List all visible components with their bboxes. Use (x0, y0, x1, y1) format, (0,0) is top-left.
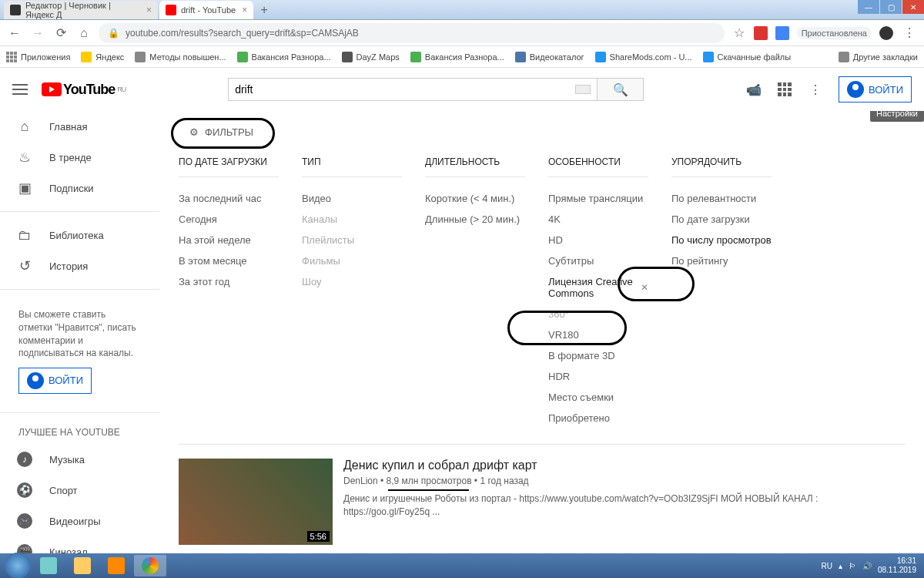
browser-tab[interactable]: Редактор | Черновик | Яндекс Д × (4, 1, 158, 19)
video-title[interactable]: Денис купил и собрал дрифт карт (343, 459, 906, 472)
filter-option[interactable]: Сегодня (179, 209, 279, 230)
taskbar-app[interactable] (66, 555, 99, 576)
forward-button[interactable]: → (29, 25, 46, 42)
maximize-button[interactable]: ▢ (880, 0, 902, 14)
youtube-header: YouTube RU drift 🔍 📹 ⋮ ВОЙТИ (0, 68, 924, 111)
tab-title: Редактор | Черновик | Яндекс Д (25, 1, 140, 19)
home-button[interactable]: ⌂ (75, 25, 92, 42)
filter-option[interactable]: В этом месяце (179, 250, 279, 271)
sidebar-item-history[interactable]: ↺История (0, 250, 160, 281)
bookmark[interactable]: Вакансия Разнора... (410, 52, 504, 62)
filter-option[interactable]: Приобретено (548, 408, 648, 428)
extension-icon[interactable] (754, 26, 768, 40)
sidebar-item-music[interactable]: ♪Музыка (0, 444, 160, 475)
profile-avatar[interactable] (879, 26, 893, 40)
apps-button[interactable]: Приложения (6, 52, 70, 62)
tray-icon[interactable]: 🏳 (849, 562, 856, 570)
browser-tabs: Редактор | Черновик | Яндекс Д × drift -… (4, 0, 273, 19)
filter-option[interactable]: 360° (548, 304, 648, 324)
taskbar-app[interactable] (100, 555, 132, 576)
taskbar-app-chrome[interactable] (134, 555, 166, 576)
signin-button[interactable]: ВОЙТИ (18, 368, 92, 394)
filter-option[interactable]: По релевантности (671, 188, 772, 209)
settings-icon[interactable]: ⋮ (808, 82, 823, 97)
clear-icon[interactable]: ✕ (641, 282, 648, 293)
tray-icon[interactable]: 🔊 (862, 562, 872, 570)
signin-button[interactable]: ВОЙТИ (839, 76, 912, 102)
filter-option[interactable]: По дате загрузки (671, 209, 772, 230)
bookmark[interactable]: DayZ Maps (342, 52, 400, 62)
filter-option[interactable]: По числу просмотров (671, 230, 772, 250)
back-button[interactable]: ← (6, 25, 23, 42)
filter-option[interactable]: Короткие (< 4 мин.) (425, 188, 525, 209)
close-icon[interactable]: × (146, 5, 152, 15)
bookmark[interactable]: ShareMods.com - U... (595, 52, 692, 62)
filter-option[interactable]: VR180 (548, 324, 648, 345)
filter-option[interactable]: Субтитры (548, 250, 648, 271)
reload-button[interactable]: ⟳ (52, 25, 69, 42)
video-result[interactable]: 5:56 Денис купил и собрал дрифт карт Den… (179, 459, 906, 545)
filter-option[interactable]: На этой неделе (179, 230, 279, 250)
bookmark-favicon (342, 52, 353, 62)
start-button[interactable] (5, 553, 31, 578)
sync-paused[interactable]: Приостановлена (797, 27, 872, 39)
sidebar-item-movies[interactable]: 🎬Кинозал (0, 536, 160, 553)
filter-option[interactable]: Видео (302, 188, 402, 209)
filter-option[interactable]: Место съемки (548, 387, 648, 408)
close-button[interactable]: ✕ (902, 0, 924, 14)
filter-option[interactable]: HD (548, 230, 648, 250)
filter-option[interactable]: По рейтингу (671, 250, 772, 271)
sidebar-item-home[interactable]: ⌂Главная (0, 111, 160, 142)
other-bookmarks[interactable]: Другие закладки (839, 52, 918, 62)
filter-option[interactable]: В формате 3D (548, 345, 648, 366)
close-icon[interactable]: × (242, 5, 247, 15)
tray-icon[interactable]: ▴ (839, 562, 842, 570)
keyboard-icon[interactable] (575, 85, 591, 94)
bookmark[interactable]: Яндекс (81, 52, 124, 62)
filter-option[interactable]: Фильмы (302, 250, 402, 271)
filter-option-selected[interactable]: Лицензия Creative Commons✕ (548, 271, 648, 304)
bookmark[interactable]: Скачанные файлы (703, 52, 792, 62)
filter-option[interactable]: Длинные (> 20 мин.) (425, 209, 525, 230)
star-icon[interactable]: ☆ (731, 25, 748, 42)
new-tab-button[interactable]: + (255, 1, 273, 19)
sidebar-item-gaming[interactable]: 🎮Видеоигры (0, 506, 160, 536)
language-indicator[interactable]: RU (821, 562, 832, 570)
extension-icon[interactable] (775, 26, 789, 40)
filter-option[interactable]: За этот год (179, 271, 279, 292)
browser-tab-active[interactable]: drift - YouTube × (159, 1, 253, 19)
clock[interactable]: 16:31 08.11.2019 (878, 556, 921, 575)
filter-option[interactable]: Каналы (302, 209, 402, 230)
filter-column-type: ТИП Видео Каналы Плейлисты Фильмы Шоу (302, 156, 402, 428)
bookmark[interactable]: Методы повышен... (135, 52, 226, 62)
filter-option[interactable]: 4K (548, 209, 648, 230)
sidebar-item-subscriptions[interactable]: ▣Подписки (0, 173, 160, 203)
address-bar[interactable]: 🔒 youtube.com/results?search_query=drift… (99, 23, 725, 43)
filters-button[interactable]: ⚙ ФИЛЬТРЫ (179, 122, 264, 143)
filter-head: УПОРЯДОЧИТЬ (671, 156, 772, 177)
bookmark[interactable]: Вакансия Разнора... (237, 52, 331, 62)
bookmark-label: Видеокаталог (530, 52, 584, 62)
filter-column-sort: УПОРЯДОЧИТЬ По релевантности По дате заг… (671, 156, 772, 428)
search-input[interactable]: drift (228, 78, 598, 101)
hamburger-icon[interactable] (12, 84, 28, 95)
bookmark[interactable]: Видеокаталог (515, 52, 584, 62)
apps-icon[interactable] (777, 82, 792, 97)
filter-option[interactable]: За последний час (179, 188, 279, 209)
taskbar-app[interactable] (32, 555, 65, 576)
channel-name[interactable]: DenLion (343, 476, 378, 486)
sidebar-item-trending[interactable]: ♨В тренде (0, 142, 160, 173)
youtube-logo[interactable]: YouTube RU (42, 82, 126, 98)
sidebar-item-sports[interactable]: ⚽Спорт (0, 475, 160, 506)
search-button[interactable]: 🔍 (598, 78, 644, 101)
sidebar-item-library[interactable]: 🗀Библиотека (0, 220, 160, 250)
filter-option[interactable]: HDR (548, 366, 648, 387)
minimize-button[interactable]: — (858, 0, 879, 14)
filter-option[interactable]: Шоу (302, 271, 402, 292)
filter-option[interactable]: Прямые трансляции (548, 188, 648, 209)
filter-option[interactable]: Плейлисты (302, 230, 402, 250)
create-icon[interactable]: 📹 (746, 82, 762, 97)
video-thumbnail[interactable]: 5:56 (179, 459, 333, 545)
menu-icon[interactable]: ⋮ (901, 25, 918, 42)
bookmark-label: Вакансия Разнора... (425, 52, 504, 62)
